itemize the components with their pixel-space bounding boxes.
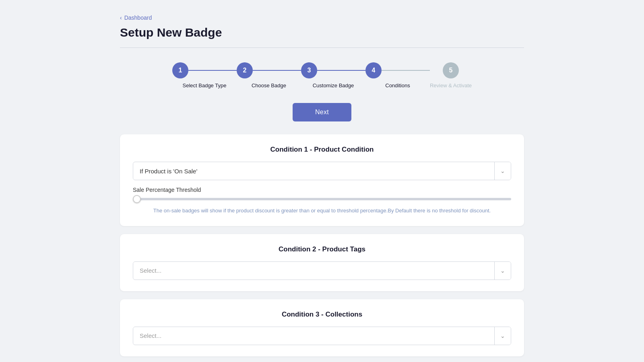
- step-1-circle: 1: [172, 62, 188, 78]
- condition-1-card: Condition 1 - Product Condition If Produ…: [120, 134, 524, 226]
- condition-3-dropdown-value: Select...: [133, 327, 494, 344]
- breadcrumb[interactable]: ‹ Dashboard: [120, 14, 524, 21]
- step-3: 3 Customize Badge: [301, 62, 365, 88]
- step-5-circle: 5: [443, 62, 459, 78]
- condition-2-dropdown[interactable]: Select... ⌄: [133, 261, 511, 280]
- chevron-down-icon-2: ⌄: [500, 267, 505, 274]
- connector-1-2: [188, 70, 237, 71]
- condition-2-card: Condition 2 - Product Tags Select... ⌄: [120, 234, 524, 291]
- step-5: 5 Review & Activate: [430, 62, 472, 88]
- condition-2-title: Condition 2 - Product Tags: [133, 245, 511, 253]
- condition-1-dropdown-value: If Product is 'On Sale': [133, 163, 494, 179]
- step-2: 2 Choose Badge: [237, 62, 301, 88]
- chevron-down-icon-3: ⌄: [500, 333, 505, 339]
- condition-2-dropdown-value: Select...: [133, 262, 494, 279]
- chevron-down-icon: ⌄: [500, 168, 505, 174]
- breadcrumb-chevron-icon: ‹: [120, 14, 122, 21]
- condition-1-dropdown[interactable]: If Product is 'On Sale' ⌄: [133, 162, 511, 180]
- connector-3-4: [317, 70, 365, 71]
- step-1-label: Select Badge Type: [183, 82, 227, 88]
- page-title: Setup New Badge: [120, 26, 524, 39]
- sale-threshold-slider[interactable]: [133, 198, 511, 200]
- condition-3-card: Condition 3 - Collections Select... ⌄: [120, 299, 524, 356]
- condition-1-dropdown-button[interactable]: ⌄: [495, 162, 511, 180]
- condition-3-dropdown-button[interactable]: ⌄: [495, 327, 511, 345]
- condition-2-dropdown-button[interactable]: ⌄: [495, 262, 511, 280]
- step-2-circle: 2: [237, 62, 253, 78]
- title-divider: [120, 47, 524, 48]
- next-button[interactable]: Next: [293, 103, 351, 121]
- slider-track: [133, 198, 511, 200]
- condition-1-title: Condition 1 - Product Condition: [133, 146, 511, 154]
- step-1: 1 Select Badge Type: [172, 62, 237, 88]
- next-button-container: Next: [120, 103, 524, 121]
- step-5-label: Review & Activate: [430, 82, 472, 88]
- slider-label: Sale Percentage Threshold: [133, 187, 511, 193]
- slider-hint: The on-sale badges will show if the prod…: [133, 207, 511, 215]
- connector-4-5: [382, 70, 430, 71]
- condition-3-dropdown[interactable]: Select... ⌄: [133, 327, 511, 345]
- step-2-label: Choose Badge: [252, 82, 286, 88]
- step-3-label: Customize Badge: [313, 82, 354, 88]
- step-3-circle: 3: [301, 62, 317, 78]
- step-4: 4 Conditions: [365, 62, 430, 88]
- connector-2-3: [253, 70, 301, 71]
- condition-3-title: Condition 3 - Collections: [133, 311, 511, 319]
- step-4-circle: 4: [365, 62, 382, 78]
- breadcrumb-label: Dashboard: [124, 14, 152, 21]
- step-4-label: Conditions: [385, 82, 410, 88]
- stepper: 1 Select Badge Type 2 Choose Badge 3 Cus…: [120, 62, 524, 88]
